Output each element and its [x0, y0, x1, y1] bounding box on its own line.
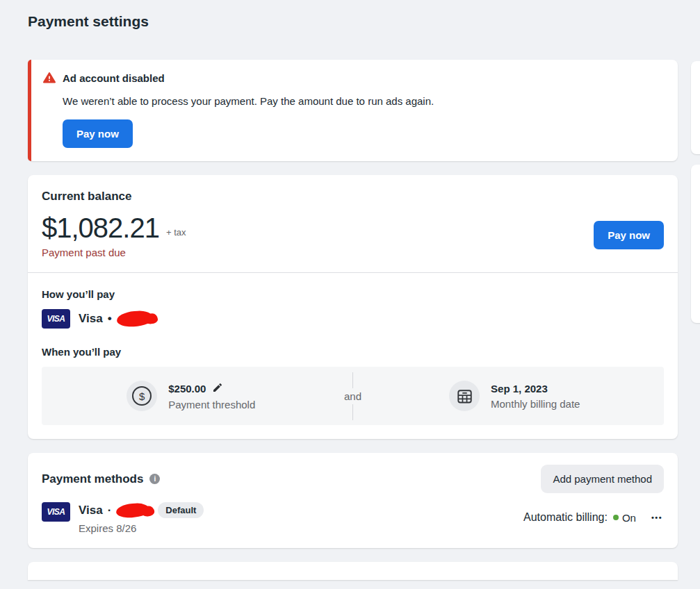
payment-settings-page: Payment settings Ad account disabled We … — [28, 0, 678, 580]
default-badge: Default — [158, 502, 204, 518]
billing-date-label: Monthly billing date — [491, 398, 580, 410]
current-balance-section: Current balance $1,082.21 + tax Payment … — [28, 175, 678, 272]
when-you-pay-heading: When you’ll pay — [42, 346, 664, 358]
partial-card-bottom — [28, 562, 678, 580]
schedule-divider: and — [341, 372, 366, 420]
billing-date-item: Sep 1, 2023 Monthly billing date — [366, 381, 665, 411]
payment-method-summary: VISA Visa • — [42, 309, 664, 329]
conjunction-text: and — [344, 388, 361, 404]
redacted-card-number — [116, 310, 153, 328]
info-icon[interactable]: i — [149, 474, 160, 484]
balance-amount-block: $1,082.21 + tax Payment past due — [42, 212, 186, 258]
balance-amount: $1,082.21 — [42, 212, 159, 244]
alert-pay-now-button[interactable]: Pay now — [63, 119, 133, 148]
alert-accent-bar — [28, 60, 31, 161]
tax-note: + tax — [166, 227, 186, 238]
how-you-pay-heading: How you’ll pay — [42, 288, 664, 300]
card-brand-label: Visa — [79, 504, 103, 517]
card-number-separator: • — [108, 312, 112, 326]
ad-account-disabled-alert: Ad account disabled We weren’t able to p… — [28, 60, 678, 161]
billing-details-section: How you’ll pay VISA Visa • When you’ll p… — [28, 273, 678, 439]
page-title: Payment settings — [28, 13, 678, 30]
card-number-separator: · — [108, 504, 112, 517]
partial-card-right-bottom — [691, 165, 700, 323]
threshold-amount: $250.00 — [168, 383, 206, 395]
visa-logo: VISA — [42, 309, 70, 329]
billing-date-value: Sep 1, 2023 — [491, 383, 580, 395]
add-payment-method-button[interactable]: Add payment method — [541, 465, 664, 493]
more-options-button[interactable]: ••• — [650, 512, 664, 523]
payment-methods-card: Payment methods i Add payment method VIS… — [28, 453, 678, 548]
dollar-circle-icon: $ — [127, 381, 157, 411]
threshold-label: Payment threshold — [168, 399, 255, 410]
card-expiry: Expires 8/26 — [79, 522, 204, 534]
alert-title-row: Ad account disabled — [43, 72, 661, 84]
divider-line-bottom — [352, 404, 353, 420]
visa-logo: VISA — [42, 502, 70, 522]
partial-card-right-top — [691, 61, 700, 154]
dollar-glyph: $ — [132, 386, 152, 406]
automatic-billing-status: On — [622, 512, 636, 524]
warning-icon — [43, 72, 56, 84]
alert-message: We weren’t able to process your payment.… — [63, 94, 661, 108]
payment-methods-heading: Payment methods — [42, 472, 143, 486]
payment-method-row: VISA Visa · Default Expires 8/26 Automat… — [42, 502, 664, 534]
ellipsis-icon: ••• — [651, 513, 662, 522]
automatic-billing-label: Automatic billing: — [523, 511, 608, 524]
current-balance-card: Current balance $1,082.21 + tax Payment … — [28, 175, 678, 439]
status-on-dot-icon — [613, 515, 619, 520]
payment-threshold-item: $ $250.00 — [42, 381, 341, 411]
current-balance-heading: Current balance — [42, 190, 664, 204]
redacted-card-number — [116, 502, 150, 518]
card-brand-label: Visa — [79, 312, 103, 326]
billing-schedule-bar: $ $250.00 — [42, 367, 664, 425]
pencil-icon — [212, 382, 223, 395]
calendar-icon — [449, 381, 480, 411]
balance-pay-now-button[interactable]: Pay now — [594, 221, 664, 249]
alert-title: Ad account disabled — [63, 72, 165, 84]
payment-status-text: Payment past due — [42, 247, 186, 258]
edit-threshold-button[interactable] — [212, 382, 223, 395]
divider-line-top — [352, 372, 353, 388]
